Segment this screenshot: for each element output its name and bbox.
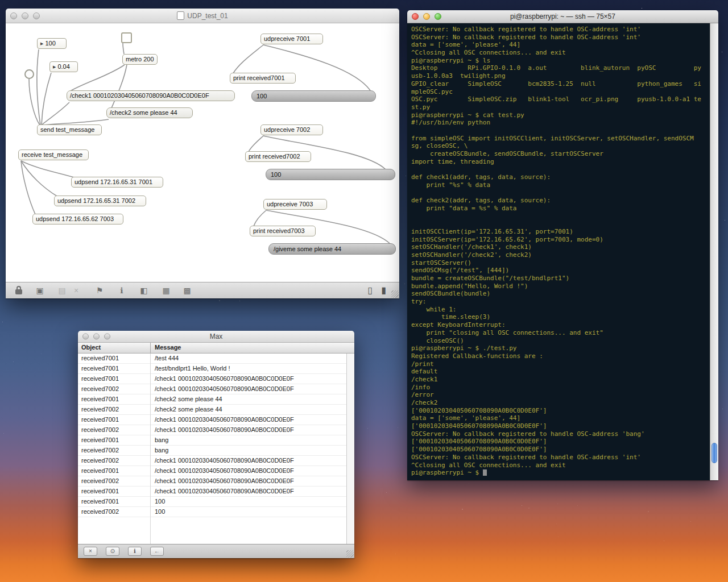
result1-message[interactable]: 100: [251, 90, 376, 102]
clear-console-icon[interactable]: ×: [84, 547, 97, 556]
console-cell-object: received7002: [78, 456, 151, 465]
print-7003-object[interactable]: print received7003: [250, 226, 316, 236]
minimize-button[interactable]: [423, 13, 430, 20]
udpsend-7003-object[interactable]: udpsend 172.16.65.62 7003: [32, 214, 123, 225]
udpreceive-7001-object[interactable]: udpreceive 7001: [260, 34, 323, 44]
close-button[interactable]: [10, 13, 17, 19]
print-7001-object[interactable]: print received7001: [230, 73, 296, 84]
udpreceive-7002-object[interactable]: udpreceive 7002: [260, 124, 323, 135]
receive-object[interactable]: receive test_message: [18, 149, 89, 160]
info-icon[interactable]: ℹ: [117, 285, 127, 296]
edit-icon[interactable]: ▤: [57, 285, 67, 296]
toggle-box[interactable]: [121, 32, 132, 43]
patching-view-icon[interactable]: ▯: [365, 285, 375, 296]
terminal-output: OSCServer: No callback registered to han…: [411, 26, 707, 477]
terminal-line: bundle.append("Hello, World !"): [411, 282, 707, 290]
terminal-line: ['000102030405060708090A0B0C0D0E0F']: [411, 446, 707, 454]
console-row[interactable]: received7002 /check1 0001020304050607080…: [78, 384, 346, 394]
console-cell-object: received7001: [78, 394, 151, 404]
zoom-button[interactable]: [33, 13, 40, 19]
info-icon[interactable]: ℹ: [128, 547, 142, 556]
zoom-button[interactable]: [435, 13, 441, 20]
star: [70, 546, 71, 546]
lock-icon[interactable]: [15, 289, 22, 294]
console-cell-message: /check1 000102030405060708090A0B0C0D0E0F: [151, 425, 346, 435]
star: [515, 493, 515, 493]
back-arrow-icon[interactable]: ←: [150, 547, 164, 556]
console-row[interactable]: received7002 /check1 0001020304050607080…: [78, 456, 346, 466]
console-row[interactable]: received7002 100: [78, 507, 346, 517]
check2-message[interactable]: /check2 some please 44: [106, 107, 193, 118]
bang-button[interactable]: [24, 69, 34, 79]
console-titlebar[interactable]: Max: [78, 331, 354, 343]
console-row[interactable]: received7002 bang: [78, 446, 346, 456]
result2-message[interactable]: 100: [266, 169, 395, 180]
console-row[interactable]: received7001 /check2 some please 44: [78, 394, 346, 405]
terminal-body[interactable]: OSCServer: No callback registered to han…: [407, 23, 718, 480]
console-cell-object: received7002: [78, 507, 151, 517]
star: [664, 541, 664, 541]
console-cell-object: received7001: [78, 466, 151, 476]
snap-icon[interactable]: ▩: [182, 285, 192, 296]
terminal-line: OSCServer: No callback registered to han…: [411, 454, 707, 462]
flag-icon[interactable]: ⚑: [94, 285, 105, 296]
result3-message[interactable]: /giveme some please 44: [268, 243, 396, 255]
resize-grip[interactable]: [391, 290, 399, 298]
star: [522, 505, 522, 506]
star: [3, 433, 4, 434]
zoom-button[interactable]: [104, 334, 110, 340]
terminal-line: [411, 165, 707, 173]
clock-icon[interactable]: ⊙: [106, 547, 119, 556]
console-scrollbar[interactable]: [346, 354, 354, 544]
console-row[interactable]: received7001 100: [78, 497, 346, 507]
minimize-button[interactable]: [93, 334, 100, 340]
console-body: Object Message received7001 /test 444 re…: [78, 343, 354, 558]
udpreceive-7003-object[interactable]: udpreceive 7003: [263, 199, 327, 210]
udpsend-7002-object[interactable]: udpsend 172.16.65.31 7002: [54, 196, 146, 206]
scrollbar-thumb[interactable]: [712, 443, 717, 463]
terminal-titlebar[interactable]: pi@raspberrypi: ~ — ssh — 75×57: [407, 10, 718, 23]
console-row[interactable]: received7001 /check1 0001020304050607080…: [78, 374, 346, 384]
grid-icon[interactable]: ▦: [161, 285, 171, 296]
terminal-line: ^Cclosing all OSC connections... and exi…: [411, 462, 707, 469]
console-row[interactable]: received7002 /check1 0001020304050607080…: [78, 476, 346, 487]
max-console-window: Max Object Message received7001 /test 44…: [78, 331, 354, 558]
presentation-icon[interactable]: ◧: [139, 285, 149, 296]
new-object-icon[interactable]: ▣: [35, 285, 45, 296]
patcher-doc-icon: [177, 11, 184, 20]
number-box-100[interactable]: ▶100: [37, 38, 67, 49]
terminal-line: setOSCHandler('/check1', check1): [411, 243, 707, 251]
console-cell-message: /check2 some please 44: [151, 394, 346, 404]
console-row[interactable]: received7001 /check1 0001020304050607080…: [78, 415, 346, 425]
close-button[interactable]: [82, 334, 89, 340]
console-row[interactable]: received7002 /check1 0001020304050607080…: [78, 425, 346, 435]
console-cell-message: /check2 some please 44: [151, 405, 346, 414]
console-row[interactable]: received7002 /check2 some please 44: [78, 405, 346, 415]
delete-icon[interactable]: ×: [71, 285, 81, 296]
close-button[interactable]: [412, 13, 419, 20]
check1-message[interactable]: /check1 000102030405060708090A0B0C0D0E0F: [67, 90, 235, 101]
patcher-canvas[interactable]: ▶100 metro 200 ▶0.04 /check1 00010203040…: [6, 23, 399, 282]
patcher-titlebar[interactable]: UDP_test_01: [6, 9, 399, 23]
terminal-line: sendOSCBundle(bundle): [411, 290, 707, 298]
terminal-line: print "%s" % data: [411, 181, 707, 189]
minimize-button[interactable]: [22, 13, 28, 19]
console-row[interactable]: received7001 /test 444: [78, 354, 346, 364]
send-object[interactable]: send test_message: [37, 124, 102, 135]
presentation-view-icon[interactable]: ▮: [379, 285, 389, 296]
console-row[interactable]: received7001 /check1 0001020304050607080…: [78, 487, 346, 497]
console-row[interactable]: received7001 /test/bndlprt1 Hello, World…: [78, 364, 346, 374]
star: [725, 220, 725, 221]
resize-grip[interactable]: [346, 550, 354, 558]
terminal-scrollbar[interactable]: [710, 23, 718, 480]
console-row[interactable]: received7001 /check1 0001020304050607080…: [78, 466, 346, 476]
star: [406, 176, 406, 176]
metro-object[interactable]: metro 200: [122, 54, 158, 65]
terminal-line: time.sleep(3): [411, 313, 707, 321]
print-7002-object[interactable]: print received7002: [245, 151, 311, 162]
console-cell-message: 100: [151, 497, 346, 506]
terminal-line: [411, 127, 707, 135]
udpsend-7001-object[interactable]: udpsend 172.16.65.31 7001: [71, 177, 163, 188]
console-row[interactable]: received7001 bang: [78, 435, 346, 446]
number-box-004[interactable]: ▶0.04: [49, 61, 78, 72]
